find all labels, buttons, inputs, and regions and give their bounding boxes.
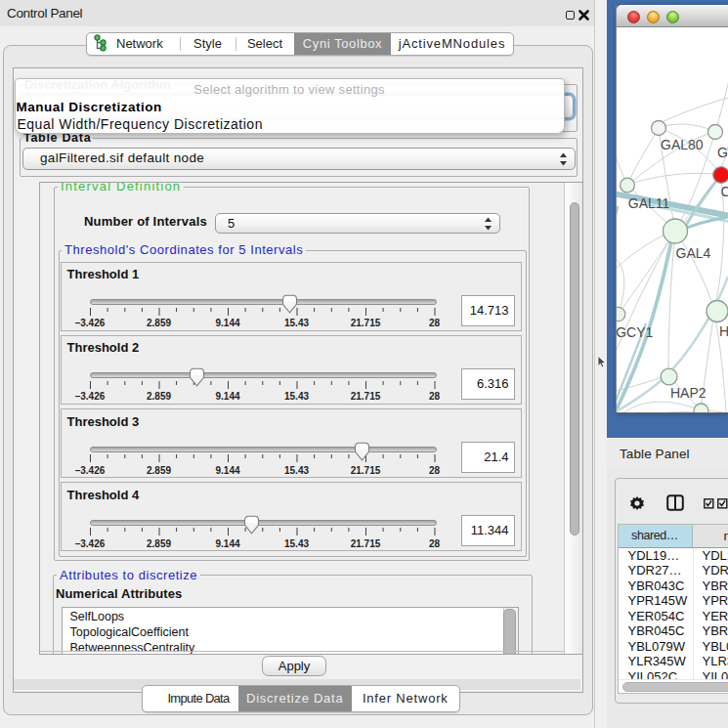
svg-text:GAL11: GAL11 xyxy=(628,195,670,211)
svg-text:GA: GA xyxy=(717,145,728,160)
svg-text:GAL4: GAL4 xyxy=(676,245,711,261)
svg-text:GCY1: GCY1 xyxy=(617,324,654,340)
svg-text:CD: CD xyxy=(721,184,728,199)
svg-text:GAL80: GAL80 xyxy=(661,137,704,152)
svg-text:HAP2: HAP2 xyxy=(670,385,707,401)
svg-text:HA: HA xyxy=(719,323,728,339)
